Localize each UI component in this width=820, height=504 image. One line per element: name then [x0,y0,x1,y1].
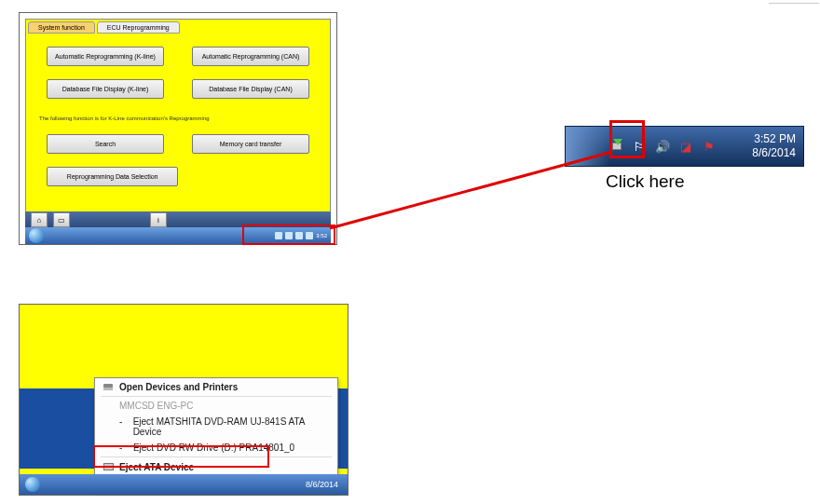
start-button[interactable] [29,228,44,243]
info-icon[interactable]: i [150,212,167,227]
cm-header-label: Open Devices and Printers [119,382,238,392]
click-here-label: Click here [606,171,684,192]
btn-db-file-kline[interactable]: Database File Display (K-line) [47,79,164,99]
cm-eject-matshita[interactable]: - Eject MATSHITA DVD-RAM UJ-841S ATA Dev… [95,414,337,440]
btn-db-file-can[interactable]: Database File Display (CAN) [192,79,309,99]
systray-date: 8/6/2014 [752,146,796,160]
windows-taskbar: 8/6/2014 [20,474,348,495]
btn-reprog-data-selection[interactable]: Reprogramming Data Selection [47,167,178,186]
page-icon[interactable]: ▭ [53,212,70,227]
note-kline: The following function is for K-Line com… [39,116,317,121]
btn-memory-card-transfer[interactable]: Memory card transfer [192,134,309,154]
cm-item-label: Eject MATSHITA DVD-RAM UJ-841S ATA Devic… [133,416,330,437]
printer-icon [102,381,114,392]
systray-datetime[interactable]: 3:52 PM 8/6/2014 [745,132,803,160]
application-window: System function ECU Reprogramming Automa… [25,19,331,214]
callout-source-rect [242,225,335,245]
systray-time: 3:52 PM [752,132,796,146]
home-icon[interactable]: ⌂ [31,212,48,227]
callout-eject-rect [93,445,269,468]
callout-target-rect [609,120,645,158]
start-button[interactable] [25,477,40,492]
taskbar-date: 8/6/2014 [296,480,348,489]
cm-device-group: MMCSD ENG-PC [95,398,337,414]
cm-open-devices-printers[interactable]: Open Devices and Printers [95,378,337,395]
network-icon[interactable]: ◪ [678,139,693,154]
screenshot-ecu-reprogramming: System function ECU Reprogramming Automa… [19,12,337,245]
btn-auto-reprog-can[interactable]: Automatic Reprogramming (CAN) [192,47,309,66]
volume-icon[interactable]: 🔊 [655,139,670,154]
btn-search[interactable]: Search [47,134,164,154]
systray-zoom: 🏳 🔊 ◪ ⚑ 3:52 PM 8/6/2014 [565,126,804,167]
btn-auto-reprog-kline[interactable]: Automatic Reprogramming (K-line) [47,47,164,66]
security-icon[interactable]: ⚑ [702,139,717,154]
tab-system-function[interactable]: System function [28,21,95,34]
tab-ecu-reprogramming[interactable]: ECU Reprogramming [97,21,180,34]
